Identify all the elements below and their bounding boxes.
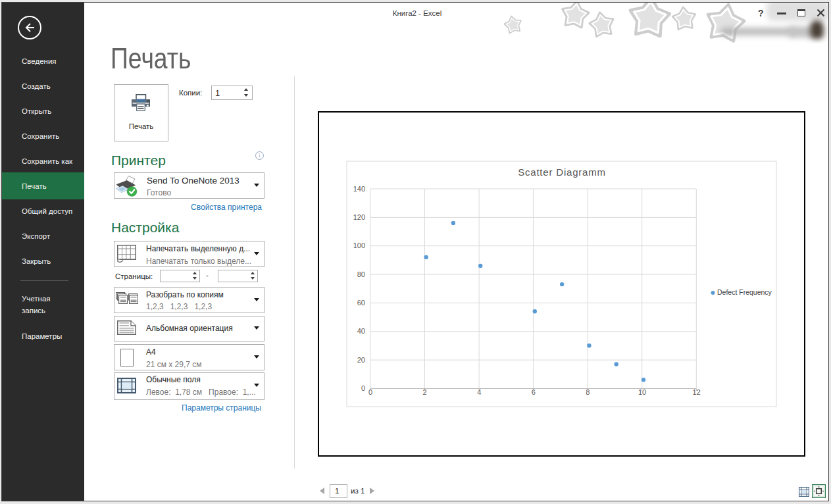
svg-text:10: 10 [638, 388, 646, 396]
svg-text:Defect Frequency: Defect Frequency [717, 288, 772, 296]
svg-text:4: 4 [477, 388, 481, 396]
svg-text:0: 0 [368, 388, 372, 396]
svg-text:0: 0 [361, 384, 365, 392]
svg-text:12: 12 [692, 388, 700, 396]
svg-text:140: 140 [353, 185, 365, 193]
svg-text:6: 6 [532, 388, 536, 396]
svg-text:Scatter Diagramm: Scatter Diagramm [518, 166, 606, 178]
svg-text:100: 100 [353, 241, 365, 249]
svg-text:8: 8 [586, 388, 590, 396]
svg-text:40: 40 [357, 327, 365, 335]
svg-text:60: 60 [357, 299, 365, 307]
svg-text:20: 20 [357, 356, 365, 364]
svg-text:80: 80 [357, 270, 365, 278]
svg-text:2: 2 [423, 388, 427, 396]
svg-text:120: 120 [353, 213, 365, 221]
